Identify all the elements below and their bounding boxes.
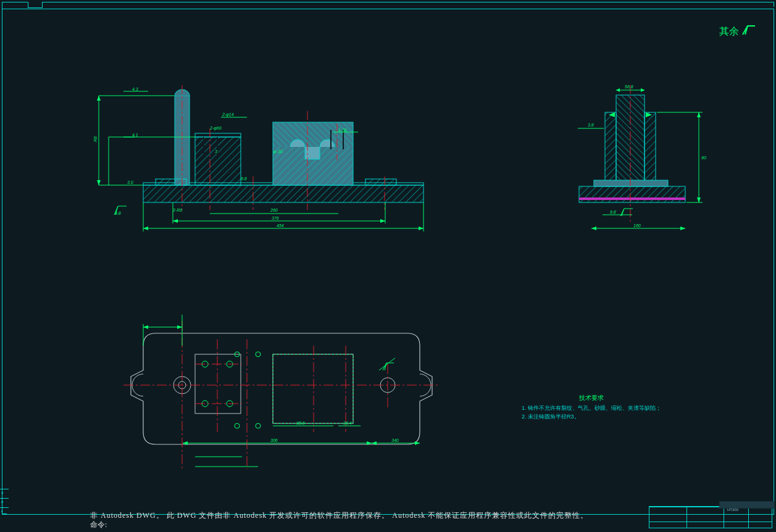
svg-text:1-30: 1-30 (338, 128, 347, 132)
svg-text:3.0: 3.0 (127, 180, 133, 185)
svg-rect-88 (273, 354, 353, 423)
svg-marker-124 (415, 441, 420, 445)
svg-point-97 (235, 423, 240, 428)
svg-marker-39 (419, 227, 423, 230)
svg-text:90: 90 (701, 156, 706, 160)
command-input[interactable] (109, 520, 294, 530)
svg-rect-60 (579, 197, 685, 200)
svg-text:376: 376 (272, 216, 279, 220)
svg-marker-41 (380, 219, 385, 223)
svg-marker-119 (143, 325, 148, 329)
svg-text:260: 260 (270, 208, 278, 212)
svg-text:160: 160 (633, 223, 641, 228)
side-view: 56.8 3.8 90 9.8 160 (578, 85, 706, 230)
svg-marker-78 (680, 227, 685, 230)
svg-text:36.4: 36.4 (343, 421, 352, 425)
svg-rect-8 (195, 133, 241, 137)
svg-rect-62 (605, 112, 616, 186)
svg-marker-120 (177, 325, 182, 329)
svg-marker-73 (616, 88, 620, 92)
svg-point-98 (256, 423, 261, 428)
svg-text:454: 454 (277, 223, 284, 228)
svg-line-118 (379, 358, 395, 370)
svg-marker-43 (97, 180, 101, 185)
svg-text:8.8: 8.8 (241, 177, 247, 181)
svg-rect-10 (365, 179, 396, 185)
svg-text:95.6: 95.6 (296, 421, 305, 425)
svg-rect-63 (645, 112, 656, 186)
svg-text:2-R6: 2-R6 (172, 208, 182, 212)
svg-rect-2 (143, 185, 423, 202)
svg-marker-75 (697, 112, 701, 117)
dwg-warning-text: 非 Autodesk DWG。 此 DWG 文件由非 Autodesk 开发或许… (90, 511, 588, 520)
cad-drawing: 4.3 4.1 R8 3.0 2-φ14 2-φ60 1-30 φ-30 3 8… (0, 0, 776, 532)
svg-rect-64 (594, 180, 668, 186)
svg-rect-87 (273, 354, 353, 423)
svg-text:φ-30: φ-30 (273, 149, 283, 154)
svg-text:4.1: 4.1 (132, 133, 138, 137)
svg-text:3: 3 (215, 149, 217, 154)
svg-marker-76 (697, 197, 701, 202)
svg-marker-74 (641, 88, 645, 92)
svg-point-96 (256, 352, 261, 357)
svg-text:2-φ60: 2-φ60 (209, 126, 222, 131)
top-plan-view: 95.6 306 340 36.4 (123, 315, 438, 469)
svg-text:R8: R8 (93, 136, 98, 142)
command-status-badge (719, 501, 775, 509)
cad-canvas[interactable]: a b c 其余 技术要求 1. 铸件不允许有裂纹、气孔、砂眼、缩松、夹渣等缺陷… (0, 0, 776, 532)
svg-marker-38 (143, 227, 148, 230)
svg-text:4.3: 4.3 (132, 87, 138, 91)
svg-marker-77 (591, 227, 596, 230)
svg-text:3.8: 3.8 (588, 123, 594, 127)
command-prompt-label: 命令: (90, 520, 107, 529)
command-line[interactable]: 命令: (90, 520, 294, 530)
svg-text:9.8: 9.8 (610, 210, 616, 214)
svg-text:56.8: 56.8 (625, 85, 633, 89)
svg-marker-40 (173, 219, 178, 223)
svg-text:306: 306 (270, 438, 278, 443)
svg-rect-59 (579, 186, 685, 202)
svg-text:2-φ14: 2-φ14 (222, 112, 234, 117)
svg-rect-5 (273, 122, 353, 147)
front-section-view: 4.3 4.1 R8 3.0 2-φ14 2-φ60 1-30 φ-30 3 8… (93, 85, 423, 231)
svg-marker-42 (97, 96, 101, 101)
svg-text:340: 340 (391, 438, 399, 443)
